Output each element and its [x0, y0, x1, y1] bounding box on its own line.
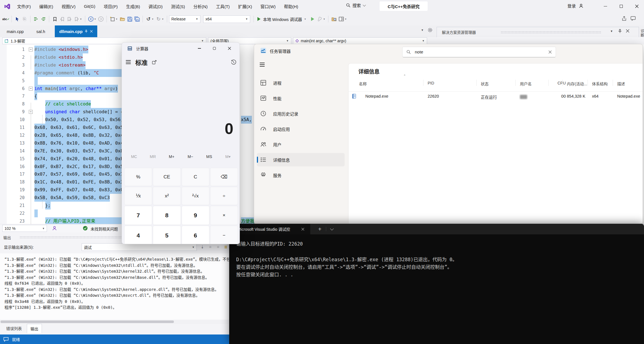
save-all-icon[interactable] [133, 15, 141, 23]
undo-icon[interactable]: ↺ [145, 15, 152, 23]
clear-output-icon[interactable]: ≣ [223, 244, 229, 250]
tool-tab-输出[interactable]: 输出 [27, 324, 42, 333]
open-folder-icon[interactable] [119, 15, 126, 23]
start-debug-button[interactable]: 本地 Windows 调试器 ▾ [256, 16, 309, 22]
calc-maximize-button[interactable] [208, 43, 221, 54]
tab-sal.h[interactable]: sal.h [32, 25, 50, 37]
menu-item-1[interactable]: 文件(F) [13, 2, 35, 10]
keep-on-top-icon[interactable] [152, 60, 157, 64]
format-outdent-icon[interactable] [40, 15, 47, 23]
menu-item-12[interactable]: 窗口(W) [256, 2, 280, 10]
vs-search[interactable]: 搜索 [346, 2, 365, 8]
console-tab-close-icon[interactable] [301, 228, 304, 231]
start-without-debug-icon[interactable] [309, 15, 316, 23]
panel-close-icon[interactable] [626, 29, 629, 33]
tab-dropdown-chevron-icon[interactable] [330, 227, 334, 230]
tab-close-icon[interactable] [90, 30, 93, 33]
calc-key-CE[interactable]: CE [153, 168, 181, 186]
calc-key-6[interactable]: 6 [182, 226, 209, 244]
calc-key-⅟x[interactable]: ⅟x [124, 187, 152, 205]
tm-column-8[interactable]: 描述 [617, 81, 625, 86]
calc-menu-icon[interactable] [126, 60, 131, 64]
calc-key-5[interactable]: 5 [153, 226, 181, 244]
calc-key-8[interactable]: 8 [153, 206, 181, 225]
calc-minimize-button[interactable] [193, 43, 206, 54]
memory-button-M[interactable]: M+ [162, 154, 181, 163]
tab-dllmain.cpp[interactable]: dllmain.cpp [55, 25, 97, 37]
memory-button-M[interactable]: M− [181, 154, 200, 163]
new-project-icon[interactable] [109, 15, 116, 23]
fold-toggle[interactable]: − [29, 87, 33, 91]
menu-item-8[interactable]: 测试(S) [167, 2, 189, 10]
editor-zoom-dropdown[interactable]: 102 %▼ [2, 225, 47, 232]
tm-column-6[interactable]: 内存(活动... [567, 81, 587, 86]
live-share-icon[interactable] [52, 225, 57, 231]
output-source-dropdown[interactable]: 调试▼ [82, 243, 197, 251]
calc-key-×[interactable]: × [210, 206, 238, 225]
calc-key-−[interactable]: − [210, 226, 238, 244]
gear-icon[interactable] [428, 28, 432, 32]
new-tab-icon[interactable]: + [318, 226, 321, 232]
tm-sidebar-performance[interactable]: 性能 [257, 91, 345, 105]
spell-check-icon[interactable]: abc✓ [2, 15, 10, 23]
menu-item-9[interactable]: 分析(N) [189, 2, 212, 10]
navigate-back-icon[interactable] [87, 15, 94, 23]
menu-item-5[interactable]: 项目(P) [100, 2, 122, 10]
tm-sidebar-services[interactable]: 服务 [257, 168, 345, 182]
tm-column-3[interactable]: 状态 [481, 81, 489, 86]
tm-search-clear-icon[interactable] [548, 50, 552, 54]
console-tab[interactable]: Microsoft Visual Studio 调试控 [229, 224, 310, 234]
tm-sidebar-startup[interactable]: 启动应用 [257, 122, 345, 136]
scrollbar-thumb[interactable] [1, 321, 174, 323]
calc-key-²√x[interactable]: ²√x [182, 187, 209, 205]
calc-key-7[interactable]: 7 [124, 206, 152, 225]
menu-item-13[interactable]: 帮助(H) [280, 2, 302, 10]
window-maximize-button[interactable] [614, 0, 628, 13]
panel-menu-chevron-icon[interactable]: ▼ [610, 30, 613, 33]
window-minimize-button[interactable] [598, 0, 613, 13]
share-icon[interactable] [622, 16, 627, 21]
bookmark-icon[interactable] [51, 15, 58, 23]
calc-key-C[interactable]: C [182, 168, 209, 186]
pin-icon[interactable] [618, 29, 622, 33]
find-in-files-icon[interactable] [330, 15, 338, 23]
tm-sidebar-history[interactable]: 应用历史记录 [257, 107, 345, 120]
tm-hamburger-icon[interactable] [260, 63, 265, 67]
calc-key-x²[interactable]: x² [153, 187, 181, 205]
tab-list-chevron-icon[interactable]: ▼ [421, 29, 424, 32]
goto-message-icon[interactable]: ⇣ [200, 244, 205, 250]
signin-button[interactable]: 登录 [567, 3, 584, 9]
menu-item-2[interactable]: 编辑(E) [35, 2, 57, 10]
tm-search-box[interactable]: note [402, 47, 556, 57]
calc-key-÷[interactable]: ÷ [210, 187, 238, 205]
menu-item-7[interactable]: 调试(D) [144, 2, 167, 10]
tab-pin-icon[interactable] [85, 30, 88, 33]
menu-item-3[interactable]: 视图(V) [57, 2, 80, 10]
feedback-bubble-icon[interactable] [3, 337, 9, 342]
window-layout-icon[interactable] [338, 15, 345, 23]
tm-column-5[interactable]: CPU [557, 81, 566, 85]
menu-item-6[interactable]: 生成(B) [122, 2, 144, 10]
tm-sidebar-details[interactable]: 详细信息 [257, 153, 345, 166]
tm-sidebar-users[interactable]: 用户 [257, 138, 345, 151]
history-icon[interactable] [231, 60, 236, 65]
tm-column-2[interactable]: PID [428, 81, 434, 85]
calc-key-%[interactable]: % [124, 168, 152, 186]
menu-item-4[interactable]: Git(G) [80, 3, 100, 10]
calc-key-⌫[interactable]: ⌫ [210, 168, 238, 186]
member-dropdown[interactable]: main(int argc, char** argv)▼ [293, 37, 427, 44]
solution-config-dropdown[interactable]: Release▼ [169, 15, 200, 23]
tool-tab-错误列表[interactable]: 错误列表 [3, 324, 25, 333]
platform-dropdown[interactable]: x64▼ [203, 15, 250, 23]
menu-item-10[interactable]: 工具(T) [212, 2, 234, 10]
tm-column-1[interactable]: 名称 [359, 81, 367, 86]
save-icon[interactable] [126, 15, 133, 23]
tm-column-7[interactable]: 体系结构 [592, 81, 608, 86]
window-close-button[interactable] [629, 0, 644, 13]
tm-column-4[interactable]: 用户名 [520, 81, 532, 86]
feedback-icon[interactable] [631, 16, 636, 21]
format-indent-icon[interactable] [32, 15, 40, 23]
fold-toggle[interactable]: − [29, 48, 33, 51]
menu-item-11[interactable]: 扩展(X) [234, 2, 256, 10]
tab-main.cpp[interactable]: main.cpp [2, 25, 28, 37]
